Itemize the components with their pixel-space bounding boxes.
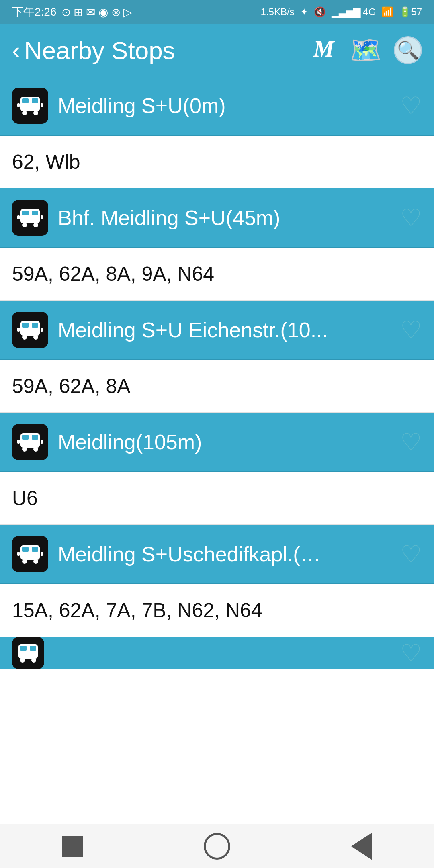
stop-item-left: Meidling S+Uschedifkapl.(… xyxy=(12,536,321,572)
svg-rect-24 xyxy=(41,328,43,332)
favorite-button[interactable]: ♡ xyxy=(400,204,422,232)
stop-item-partial[interactable]: ♡ xyxy=(0,637,434,669)
status-wifi: 📶 xyxy=(381,6,393,18)
favorite-button[interactable]: ♡ xyxy=(400,428,422,456)
svg-rect-20 xyxy=(20,330,40,333)
favorite-button[interactable]: ♡ xyxy=(400,540,422,568)
route-row: 59A, 62A, 8A xyxy=(0,360,434,413)
svg-point-45 xyxy=(20,658,25,663)
status-mute: 🔇 xyxy=(314,6,326,18)
svg-rect-27 xyxy=(32,435,38,440)
stop-item[interactable]: Meidling S+U(0m) ♡ xyxy=(0,76,434,136)
navbar-left: ‹ Nearby Stops xyxy=(12,36,175,65)
svg-rect-18 xyxy=(22,323,29,328)
navbar: ‹ Nearby Stops M 🗺️ 🔍 xyxy=(0,24,434,76)
bus-icon xyxy=(12,88,48,124)
svg-rect-36 xyxy=(20,554,40,557)
svg-point-29 xyxy=(22,447,27,452)
svg-rect-43 xyxy=(30,646,36,651)
stop-item-left: Bhf. Meidling S+U(45m) xyxy=(12,200,280,236)
favorite-button[interactable]: ♡ xyxy=(400,92,422,120)
bottom-bar xyxy=(0,824,434,868)
search-icon: 🔍 xyxy=(397,40,419,61)
stop-name: Meidling(105m) xyxy=(58,430,202,454)
svg-point-14 xyxy=(33,223,38,227)
svg-rect-35 xyxy=(32,547,38,552)
bus-icon xyxy=(12,312,48,348)
stop-item[interactable]: Meidling S+U Eichenstr.(10... ♡ xyxy=(0,301,434,360)
home-button[interactable] xyxy=(52,830,92,862)
route-row: 59A, 62A, 8A, 9A, N64 xyxy=(0,248,434,301)
circle-icon xyxy=(204,833,230,860)
svg-rect-11 xyxy=(32,211,38,215)
stop-item[interactable]: Meidling S+Uschedifkapl.(… ♡ xyxy=(0,525,434,584)
navbar-icons: M 🗺️ 🔍 xyxy=(309,33,422,68)
stop-item[interactable]: Bhf. Meidling S+U(45m) ♡ xyxy=(0,188,434,248)
status-battery: 🔋57 xyxy=(399,6,422,18)
stop-item-left xyxy=(12,637,44,669)
square-icon xyxy=(62,836,83,857)
status-speed: 1.5KB/s xyxy=(261,6,295,18)
svg-rect-16 xyxy=(41,215,43,219)
stop-item-left: Meidling(105m) xyxy=(12,424,202,460)
svg-rect-28 xyxy=(20,442,40,445)
svg-point-6 xyxy=(33,111,38,115)
svg-rect-15 xyxy=(17,215,20,219)
svg-point-5 xyxy=(22,111,27,115)
route-row: U6 xyxy=(0,472,434,525)
stop-name: Bhf. Meidling S+U(45m) xyxy=(58,206,280,230)
maps-icon[interactable]: 🗺️ xyxy=(350,35,382,66)
svg-point-13 xyxy=(22,223,27,227)
back-triangle-icon xyxy=(351,833,372,860)
bus-icon xyxy=(12,200,48,236)
stop-name: Meidling S+U Eichenstr.(10... xyxy=(58,318,328,342)
route-list: 59A, 62A, 8A xyxy=(12,375,131,397)
svg-rect-44 xyxy=(18,653,38,656)
svg-point-37 xyxy=(22,559,27,564)
status-icons: ⊙ ⊞ ✉ ◉ ⊗ ▷ xyxy=(61,6,133,19)
status-time: 下午2:26 xyxy=(12,4,57,20)
svg-point-21 xyxy=(22,335,27,340)
favorite-button[interactable]: ♡ xyxy=(400,639,422,667)
favorite-button[interactable]: ♡ xyxy=(400,316,422,344)
status-left: 下午2:26 ⊙ ⊞ ✉ ◉ ⊗ ▷ xyxy=(12,4,132,20)
back-button[interactable]: ‹ xyxy=(12,37,20,64)
stop-item[interactable]: Meidling(105m) ♡ xyxy=(0,413,434,472)
svg-point-46 xyxy=(31,658,36,663)
route-row: 62, Wlb xyxy=(0,136,434,188)
svg-rect-19 xyxy=(32,323,38,328)
stop-name: Meidling S+U(0m) xyxy=(58,94,226,118)
route-list: 62, Wlb xyxy=(12,151,80,173)
transit-icon[interactable]: M xyxy=(309,33,338,68)
svg-rect-12 xyxy=(20,218,40,221)
svg-rect-34 xyxy=(22,547,29,552)
route-list: U6 xyxy=(12,487,38,510)
svg-rect-39 xyxy=(17,552,20,556)
svg-point-38 xyxy=(33,559,38,564)
status-bar: 下午2:26 ⊙ ⊞ ✉ ◉ ⊗ ▷ 1.5KB/s ✦ 🔇 ▁▃▅▇ 4G 📶… xyxy=(0,0,434,24)
route-row: 15A, 62A, 7A, 7B, N62, N64 xyxy=(0,584,434,637)
svg-rect-10 xyxy=(22,211,29,215)
svg-rect-2 xyxy=(22,98,29,103)
status-right: 1.5KB/s ✦ 🔇 ▁▃▅▇ 4G 📶 🔋57 xyxy=(261,6,422,18)
route-list: 15A, 62A, 7A, 7B, N62, N64 xyxy=(12,599,262,622)
bus-icon xyxy=(12,536,48,572)
stop-name: Meidling S+Uschedifkapl.(… xyxy=(58,542,321,566)
svg-point-30 xyxy=(33,447,38,452)
route-list: 59A, 62A, 8A, 9A, N64 xyxy=(12,263,214,285)
svg-rect-4 xyxy=(20,106,40,109)
back-button[interactable] xyxy=(342,830,382,862)
status-signal: ▁▃▅▇ 4G xyxy=(332,6,376,18)
bus-icon xyxy=(12,424,48,460)
svg-rect-32 xyxy=(41,440,43,444)
svg-rect-42 xyxy=(20,646,27,651)
stop-item-left: Meidling S+U(0m) xyxy=(12,88,226,124)
svg-rect-26 xyxy=(22,435,29,440)
svg-rect-8 xyxy=(41,103,43,107)
svg-rect-3 xyxy=(32,98,38,103)
svg-rect-7 xyxy=(17,103,20,107)
search-button[interactable]: 🔍 xyxy=(394,36,422,64)
svg-point-22 xyxy=(33,335,38,340)
recents-button[interactable] xyxy=(197,830,237,862)
stop-item-left: Meidling S+U Eichenstr.(10... xyxy=(12,312,328,348)
